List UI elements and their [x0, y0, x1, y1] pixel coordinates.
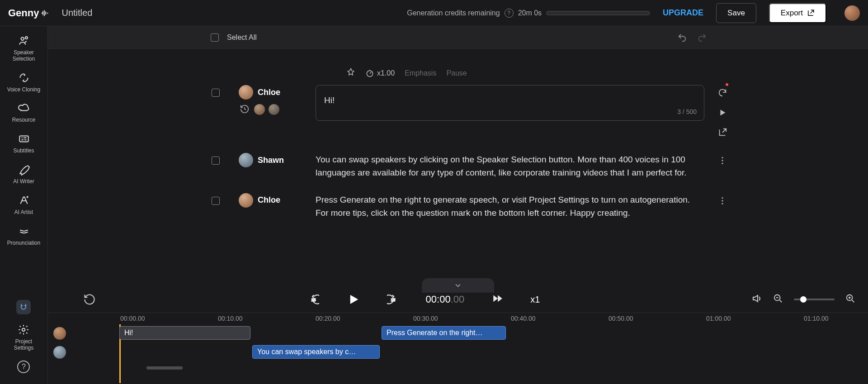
zoom-in-icon[interactable] [845, 294, 855, 305]
timeline-clip[interactable]: You can swap speakers by c… [252, 345, 380, 359]
play-block-icon[interactable] [717, 108, 727, 119]
zoom-slider[interactable] [794, 299, 835, 300]
collapse-timeline[interactable] [422, 278, 494, 293]
speaker-name[interactable]: Shawn [258, 156, 284, 165]
timeline-tracks[interactable]: Hi! Press Generate on the right… You can… [74, 324, 868, 370]
zoom-out-icon[interactable] [773, 294, 783, 305]
upgrade-link[interactable]: UPGRADE [663, 8, 703, 18]
alt-speaker-avatar[interactable] [269, 104, 279, 115]
fast-forward-icon[interactable] [491, 293, 503, 306]
timeline-ruler[interactable]: 00:00.0000:10.0000:20.0000:30.0000:40.00… [48, 313, 868, 324]
credits-readout: Generation credits remaining ? 20m 0s [407, 9, 650, 18]
history-icon[interactable] [240, 104, 250, 115]
svg-point-0 [21, 37, 24, 40]
block-text[interactable]: Press Generate on the right to generate … [316, 193, 704, 220]
ruler-tick: 00:40.00 [511, 315, 536, 322]
more-icon[interactable] [717, 196, 727, 208]
sidebar-item-speaker-selection[interactable]: Speaker Selection [0, 34, 47, 62]
block-checkbox[interactable] [212, 89, 220, 97]
block-checkbox[interactable] [212, 156, 220, 165]
undo-icon[interactable] [677, 33, 687, 43]
regenerate-icon[interactable] [717, 88, 727, 100]
timecode: 00:00.00 [426, 294, 465, 305]
save-button[interactable]: Save [716, 3, 756, 23]
char-counter: 3 / 500 [677, 107, 697, 117]
svg-point-10 [722, 203, 723, 204]
svg-point-1 [25, 37, 27, 39]
pause-button[interactable]: Pause [446, 69, 467, 77]
svg-point-3 [22, 328, 25, 332]
ai-artist-icon [18, 194, 30, 207]
logo-waveform-icon [41, 9, 49, 17]
redo-icon[interactable] [697, 33, 707, 43]
timeline-clip[interactable]: Press Generate on the right… [382, 326, 506, 340]
volume-icon[interactable] [751, 293, 762, 306]
svg-text:15: 15 [391, 298, 395, 302]
share-block-icon[interactable] [717, 128, 727, 139]
sidebar: Speaker Selection Voice Cloning Resource… [0, 26, 48, 384]
sidebar-item-voice-cloning[interactable]: Voice Cloning [0, 71, 47, 93]
pin-icon[interactable] [346, 68, 355, 79]
sidebar-item-pronunciation[interactable]: Pronunciation [0, 225, 47, 247]
export-button[interactable]: Export [769, 3, 826, 23]
sidebar-item-ai-writer[interactable]: AI Writer [0, 163, 47, 185]
dialog-block: Shawn You can swap speakers by clicking … [48, 149, 868, 190]
snap-toggle[interactable] [16, 300, 31, 314]
timeline-scrollbar[interactable] [146, 366, 183, 370]
export-icon [807, 9, 815, 17]
logo[interactable]: Genny [8, 7, 49, 19]
voice-cloning-icon [18, 71, 30, 84]
svg-text:15: 15 [311, 298, 316, 302]
ruler-tick: 00:30.00 [413, 315, 438, 322]
svg-rect-2 [19, 136, 28, 142]
gear-icon [17, 323, 30, 336]
help-icon[interactable]: ? [505, 9, 514, 18]
select-all-checkbox[interactable] [211, 33, 219, 42]
credits-progress [546, 11, 650, 15]
speaker-avatar[interactable] [239, 153, 253, 167]
ruler-tick: 00:00.00 [120, 315, 145, 322]
svg-point-4 [367, 71, 373, 76]
block-checkbox[interactable] [212, 197, 220, 205]
sidebar-item-resource[interactable]: Resource [0, 102, 47, 123]
sidebar-item-ai-artist[interactable]: AI Artist [0, 194, 47, 216]
skip-forward-icon[interactable]: 15 [387, 294, 399, 305]
select-all-label: Select All [227, 33, 257, 42]
ruler-tick: 01:00.00 [706, 315, 731, 322]
select-toolbar: Select All [48, 26, 868, 49]
speaker-avatar[interactable] [239, 193, 253, 208]
dialog-block: Chloe Hi! 3 / 500 [48, 81, 868, 149]
speaker-name[interactable]: Chloe [258, 195, 280, 205]
resource-icon [18, 102, 30, 114]
svg-point-7 [722, 163, 723, 164]
ruler-tick: 00:10.00 [218, 315, 243, 322]
speed-control[interactable]: x1.00 [365, 69, 395, 78]
track-avatar[interactable] [53, 346, 66, 359]
emphasis-button[interactable]: Emphasis [405, 69, 436, 77]
ai-writer-icon [18, 163, 30, 176]
project-title[interactable]: Untitled [61, 8, 92, 18]
skip-back-icon[interactable]: 15 [307, 294, 319, 305]
user-avatar[interactable] [844, 5, 860, 21]
timeline-clip[interactable]: Hi! [119, 326, 250, 340]
subtitles-icon [18, 133, 30, 145]
block-text[interactable]: You can swap speakers by clicking on the… [316, 153, 704, 180]
speaker-avatar[interactable] [239, 85, 253, 100]
svg-point-5 [722, 157, 723, 158]
sidebar-item-project-settings[interactable]: Project Settings [14, 323, 33, 351]
play-icon[interactable] [346, 293, 360, 306]
dialog-block: Chloe Press Generate on the right to gen… [48, 190, 868, 230]
speaker-name[interactable]: Chloe [258, 88, 280, 97]
rewind-15-icon[interactable] [83, 293, 96, 306]
top-bar: Genny Untitled Generation credits remain… [0, 0, 868, 26]
help-button[interactable]: ? [17, 360, 30, 373]
more-icon[interactable] [717, 156, 727, 167]
alt-speaker-avatar[interactable] [254, 104, 265, 115]
svg-point-9 [722, 200, 723, 201]
block-text-input[interactable]: Hi! 3 / 500 [316, 85, 704, 121]
sidebar-item-subtitles[interactable]: Subtitles [0, 133, 47, 154]
playback-speed[interactable]: x1 [530, 294, 540, 305]
ruler-tick: 01:10.00 [804, 315, 829, 322]
track-avatar[interactable] [53, 327, 66, 340]
ruler-tick: 00:50.00 [609, 315, 633, 322]
